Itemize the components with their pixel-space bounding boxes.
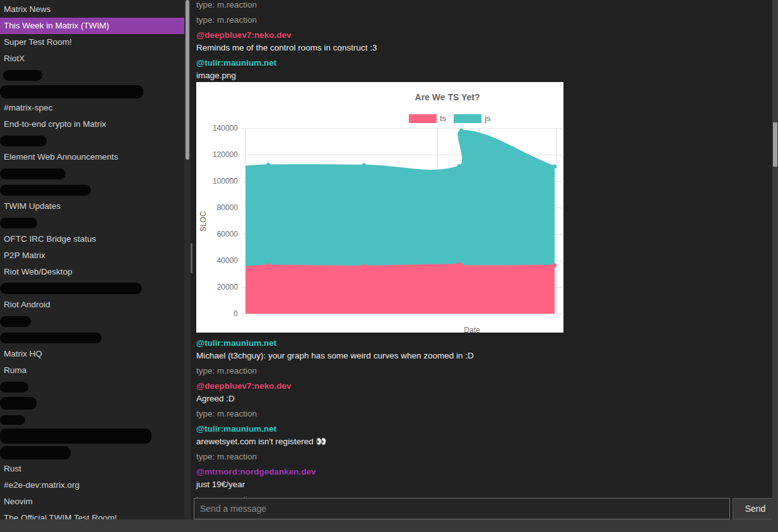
message-group: @deepbluev7:neko.devReminds me of the co… [196,31,772,52]
room-name-label: Element Web Announcements [4,152,118,162]
sidebar-room-item[interactable]: #matrix-spec [0,100,184,116]
sidebar-room-item[interactable]: OFTC IRC Bridge status [0,231,184,247]
message-text: Michael (t3chguy): your graph has some w… [196,352,772,360]
sidebar-room-item[interactable]: TWIM Updates [0,198,184,215]
redaction-pill [0,218,37,228]
room-name-label: The Official TWIM Test Room! [4,513,117,519]
sidebar-room-redacted[interactable] [0,379,184,395]
message-sender[interactable]: @tulir:maunium.net [196,59,772,68]
legend-label-js: js [485,114,490,123]
redaction-pill [0,136,47,146]
legend-swatch-js [454,114,481,123]
sidebar-room-item[interactable]: Ruma [0,362,184,379]
sidebar-room-item[interactable]: Neovim [0,494,184,510]
y-axis-title: SLOC [199,209,208,234]
y-axis-tick-label: 40000 [196,256,238,265]
redaction-pill [0,382,28,393]
message-group: @deepbluev7:neko.devAgreed :D [196,382,772,403]
room-name-label: Ruma [4,365,27,375]
data-point-ts [459,264,464,268]
redaction-pill [0,168,66,179]
room-name-label: End-to-end crypto in Matrix [4,119,106,129]
data-point-js [266,163,271,167]
legend-label-ts: ts [440,114,446,123]
message-text: just 19€/year [196,480,772,489]
sidebar-room-item[interactable]: Riot Android [0,297,184,313]
data-point-ts [553,263,557,268]
redaction-pill [0,446,71,459]
data-point-js [457,164,462,168]
sidebar-room-item[interactable]: Super Test Room! [0,34,184,50]
room-name-label: P2P Matrix [4,251,45,260]
redaction-pill [0,85,143,98]
sidebar-room-item[interactable]: This Week in Matrix (TWIM) [0,18,184,34]
message-group: @tulir:maunium.netarewetsyet.com isn't r… [196,425,772,446]
sidebar-room-redacted[interactable] [0,133,184,149]
sidebar-room-redacted[interactable] [0,329,184,346]
sidebar-scrollbar-track[interactable] [184,0,191,519]
sidebar-room-redacted[interactable] [0,182,184,198]
chat-timeline: type: m.reactiontype: m.reaction@deepblu… [193,0,772,498]
room-name-label: Riot Android [4,300,50,309]
chat-scrollbar-track[interactable] [772,0,778,519]
room-name-label: Neovim [4,497,33,506]
room-name-label: Matrix HQ [4,349,42,358]
sidebar-scrollbar-thumb[interactable] [186,0,189,160]
sidebar-room-redacted[interactable] [0,280,184,297]
y-axis-tick-label: 20000 [196,283,238,292]
room-name-label: This Week in Matrix (TWIM) [4,21,109,30]
sidebar-room-redacted[interactable] [0,411,184,428]
message-sender[interactable]: @deepbluev7:neko.dev [196,31,772,40]
message-group: @tulir:maunium.netMichael (t3chguy): you… [196,339,772,360]
are-we-ts-yet-chart [196,82,563,333]
room-name-label: TWIM Updates [4,201,61,211]
data-point-js [362,163,366,168]
bottom-strip [0,519,778,532]
event-line: type: m.reaction [196,452,772,461]
sidebar-room-item[interactable]: Matrix News [0,1,184,18]
sidebar-room-item[interactable]: Riot Web/Desktop [0,264,184,280]
message-sender[interactable]: @tulir:maunium.net [196,339,772,348]
message-sender[interactable]: @tulir:maunium.net [196,425,772,434]
sidebar-room-redacted[interactable] [0,444,184,461]
room-name-label: RiotX [4,54,25,63]
sidebar-room-item[interactable]: Matrix HQ [0,346,184,362]
message-sender[interactable]: @mtrnord:nordgedanken.dev [196,468,772,476]
sidebar-room-item[interactable]: P2P Matrix [0,247,184,264]
data-point-ts [266,263,271,268]
sidebar-room-item[interactable]: #e2e-dev:matrix.org [0,477,184,494]
y-axis-tick-label: 140000 [196,124,238,133]
redaction-pill [0,185,91,196]
sidebar-room-item[interactable]: RiotX [0,50,184,67]
data-point-js [553,165,557,169]
legend-swatch-ts [409,114,437,123]
sidebar-room-item[interactable]: Element Web Announcements [0,149,184,165]
redaction-pill [0,333,102,343]
message-composer: Send [194,498,778,519]
chart-image-attachment[interactable]: Are We TS Yet?tsjs1400001200001000008000… [196,82,563,333]
redaction-pill [0,283,142,294]
message-text: arewetsyet.com isn't registered 👀 [196,437,772,446]
message-sender[interactable]: @deepbluev7:neko.dev [196,382,772,391]
send-button[interactable]: Send [733,498,778,519]
sidebar-room-item[interactable]: The Official TWIM Test Room! [0,510,184,519]
chart-title: Are We TS Yet? [391,92,504,102]
room-name-label: Matrix News [4,4,50,14]
sidebar-room-redacted[interactable] [0,428,184,444]
message-input[interactable] [194,498,730,519]
y-axis-tick-label: 0 [196,309,238,318]
sidebar-room-item[interactable]: Rust [0,461,184,477]
sidebar-room-redacted[interactable] [0,165,184,182]
sidebar-room-redacted[interactable] [0,83,184,100]
sidebar-room-redacted[interactable] [0,395,184,411]
sidebar-room-item[interactable]: End-to-end crypto in Matrix [0,116,184,133]
room-name-label: OFTC IRC Bridge status [4,234,96,244]
chat-scrollbar-thumb[interactable] [773,122,777,167]
sidebar-room-redacted[interactable] [0,313,184,329]
sidebar-room-redacted[interactable] [0,215,184,231]
room-list-sidebar: Matrix NewsThis Week in Matrix (TWIM)Sup… [0,0,184,519]
sidebar-room-redacted[interactable] [0,67,184,83]
secondary-scrollbar-thumb[interactable] [191,243,192,273]
redaction-pill [0,316,31,327]
message-text: Reminds me of the control rooms in const… [196,44,772,52]
